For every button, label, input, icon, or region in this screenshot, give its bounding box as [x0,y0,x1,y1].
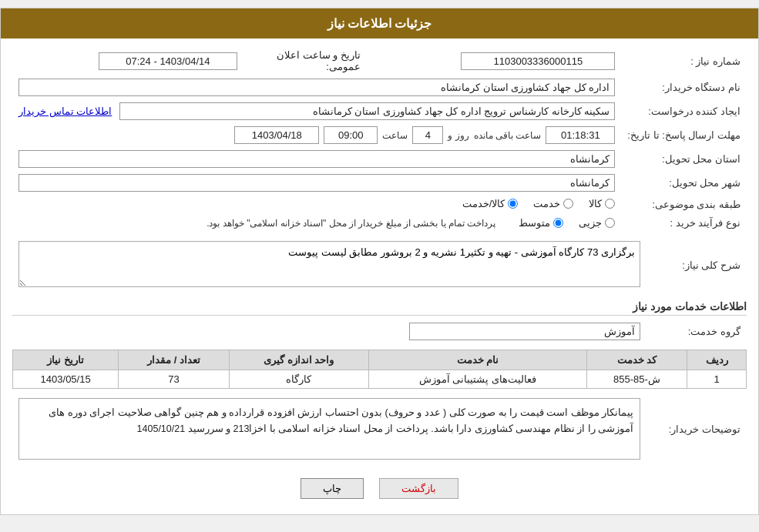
service-quantity: 73 [119,370,230,389]
category-label-both: کالا/خدمت [462,198,505,209]
delivery-city-value: کرمانشاه [12,171,621,195]
services-table-head: ردیف کد خدمت نام خدمت واحد اندازه گیری ت… [13,350,747,370]
announcement-box: 1403/04/14 - 07:24 [99,52,237,70]
buyer-desc-label: توضیحات خریدار: [646,395,747,463]
buyer-desc-box: پیمانکار موظف است قیمت را به صورت کلی ( … [18,398,640,460]
category-option-service: خدمت [533,198,573,209]
category-label-kala: کالا [589,198,602,209]
col-name: نام خدمت [368,350,586,370]
row-num: 1 [687,370,747,389]
col-date: تاریخ نیاز [13,350,119,370]
category-radio-kala[interactable] [605,199,615,209]
category-option-kala: کالا [589,198,615,209]
process-label-small: جزیی [579,217,602,229]
table-row: ایجاد کننده درخواست: سکینه کارخانه کارشن… [12,99,747,123]
service-name: فعالیت‌های پشتیبانی آموزش [368,370,586,389]
table-row: نام دستگاه خریدار: اداره کل جهاد کشاورزی… [12,75,747,99]
creator-label: ایجاد کننده درخواست: [621,99,747,123]
creator-value: سکینه کارخانه کارشناس ترویج اداره کل جها… [12,99,621,123]
page-wrapper: جزئیات اطلاعات نیاز شماره نیاز : 1103003… [0,8,759,515]
need-number-box: 1103003336000115 [461,52,615,70]
process-label-medium: متوسط [519,217,550,229]
service-group-value: آموزش [12,320,646,343]
table-row: توضیحات خریدار: پیمانکار موظف است قیمت ر… [12,395,747,463]
reply-remaining-label: ساعت باقی مانده [474,130,542,141]
buyer-desc-table: توضیحات خریدار: پیمانکار موظف است قیمت ر… [12,395,747,463]
contact-link[interactable]: اطلاعات تماس خریدار [18,105,112,117]
delivery-province-label: استان محل تحویل: [621,147,747,171]
reply-day-label: روز و [448,130,468,141]
table-row: طبقه بندی موضوعی: کالا خدمت [12,195,747,214]
table-row: مهلت ارسال پاسخ: تا تاریخ: 01:18:31 ساعت… [12,123,747,147]
reply-time-box: 09:00 [324,126,378,144]
reply-time-label: ساعت [382,130,408,141]
table-row: گروه خدمت: آموزش [12,320,747,343]
col-rownum: ردیف [687,350,747,370]
need-desc-table: شرح کلی نیاز: [12,238,747,293]
delivery-province-box: کرمانشاه [18,150,615,168]
table-header-row: ردیف کد خدمت نام خدمت واحد اندازه گیری ت… [13,350,747,370]
need-desc-label: شرح کلی نیاز: [646,238,747,293]
reply-deadline-value: 01:18:31 ساعت باقی مانده روز و 4 ساعت 09… [12,123,621,147]
service-code: ش-85-855 [586,370,687,389]
service-group-box: آموزش [409,323,640,340]
table-row: شماره نیاز : 1103003336000115 تاریخ و سا… [12,46,747,75]
category-label-service: خدمت [533,198,560,209]
table-row: 1 ش-85-855 فعالیت‌های پشتیبانی آموزش کار… [13,370,747,389]
services-section-title: اطلاعات خدمات مورد نیاز [12,300,747,316]
reply-remaining-box: 01:18:31 [546,126,615,144]
category-radio-both[interactable] [508,199,518,209]
process-label: نوع فرآیند خرید : [621,214,747,232]
service-unit: کارگاه [229,370,368,389]
category-option-both: کالا/خدمت [462,198,519,209]
reply-day-box: 4 [412,126,443,144]
process-radio-small[interactable] [605,218,615,228]
col-code: کد خدمت [586,350,687,370]
need-number-label: شماره نیاز : [621,46,747,75]
process-radio-group: جزیی متوسط [519,217,615,229]
table-row: استان محل تحویل: کرمانشاه [12,147,747,171]
need-description-textarea[interactable] [18,241,640,287]
process-options: جزیی متوسط پرداخت تمام یا بخشی از مبلغ خ… [12,214,621,232]
category-label: طبقه بندی موضوعی: [621,195,747,214]
delivery-province-value: کرمانشاه [12,147,621,171]
table-row: نوع فرآیند خرید : جزیی متوسط [12,214,747,232]
announcement-label: تاریخ و ساعت اعلان عمومی: [243,46,367,75]
table-row: شرح کلی نیاز: [12,238,747,293]
announcement-value: 1403/04/14 - 07:24 [12,46,243,75]
need-desc-value [12,238,646,293]
buyer-org-value: اداره کل جهاد کشاورزی استان کرمانشاه [12,75,621,99]
need-number-value: 1103003336000115 [367,46,621,75]
col-quantity: تعداد / مقدار [119,350,230,370]
col-unit: واحد اندازه گیری [229,350,368,370]
service-group-table: گروه خدمت: آموزش [12,320,747,343]
services-table: ردیف کد خدمت نام خدمت واحد اندازه گیری ت… [12,350,747,389]
services-table-body: 1 ش-85-855 فعالیت‌های پشتیبانی آموزش کار… [13,370,747,389]
delivery-city-label: شهر محل تحویل: [621,171,747,195]
delivery-city-box: کرمانشاه [18,174,615,192]
category-radio-service[interactable] [563,199,573,209]
service-date: 1403/05/15 [13,370,119,389]
buyer-desc-value: پیمانکار موظف است قیمت را به صورت کلی ( … [12,395,646,463]
category-options: کالا خدمت کالا/خدمت [12,195,621,214]
category-radio-group: کالا خدمت کالا/خدمت [462,198,616,209]
reply-date-box: 1403/04/18 [234,126,319,144]
table-row: شهر محل تحویل: کرمانشاه [12,171,747,195]
process-option-medium: متوسط [519,217,563,229]
process-radio-medium[interactable] [553,218,563,228]
reply-deadline-label: مهلت ارسال پاسخ: تا تاریخ: [621,123,747,147]
service-group-label: گروه خدمت: [646,320,747,343]
process-option-small: جزیی [579,217,615,229]
buttons-row: بازگشت چاپ [12,469,747,507]
deadline-row: 01:18:31 ساعت باقی مانده روز و 4 ساعت 09… [18,126,615,144]
buyer-org-label: نام دستگاه خریدار: [621,75,747,99]
buyer-org-box: اداره کل جهاد کشاورزی استان کرمانشاه [18,79,615,96]
process-note: پرداخت تمام یا بخشی از مبلغ خریدار از مح… [207,218,495,229]
page-title: جزئیات اطلاعات نیاز [327,17,432,30]
info-table: شماره نیاز : 1103003336000115 تاریخ و سا… [12,46,747,232]
print-button[interactable]: چاپ [301,478,364,499]
page-header: جزئیات اطلاعات نیاز [1,8,758,38]
content-area: شماره نیاز : 1103003336000115 تاریخ و سا… [1,38,758,514]
creator-text: سکینه کارخانه کارشناس ترویج اداره کل جها… [119,102,615,120]
back-button[interactable]: بازگشت [379,478,458,499]
